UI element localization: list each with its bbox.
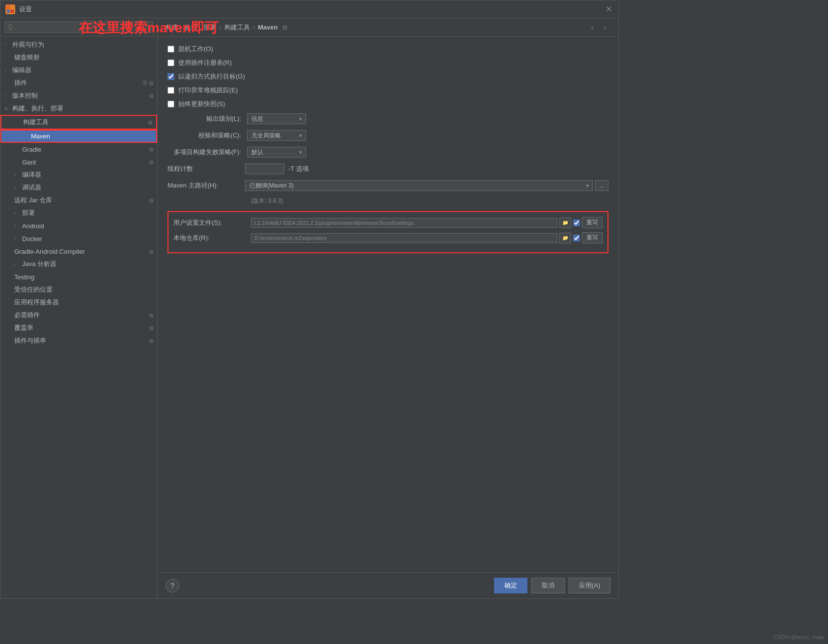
sidebar-item-gant[interactable]: Gant ⊟ bbox=[0, 156, 157, 168]
sidebar-item-label: 构建、执行、部署 bbox=[12, 104, 153, 113]
sidebar-item-deploy[interactable]: › 部署 bbox=[0, 207, 157, 219]
chevron-right-icon: › bbox=[14, 211, 21, 215]
breadcrumb: 构建、执行、部署 › 构建工具 › Maven ⊟ ‹ › bbox=[158, 18, 618, 37]
sidebar-item-vcs[interactable]: › 版本控制 ⊟ bbox=[0, 89, 157, 102]
user-settings-browse-button[interactable]: 📁 bbox=[559, 217, 571, 228]
sync-icon: ⊟ bbox=[149, 313, 153, 318]
sidebar-item-trusted[interactable]: 受信任的位置 bbox=[0, 283, 157, 296]
confirm-button[interactable]: 确定 bbox=[494, 578, 527, 593]
recursive-checkbox[interactable] bbox=[167, 73, 174, 80]
offline-label: 脱机工作(O) bbox=[178, 45, 213, 54]
sidebar-item-docker[interactable]: › Docker bbox=[0, 232, 157, 245]
sidebar-item-build[interactable]: ∨ 构建、执行、部署 bbox=[0, 102, 157, 115]
sidebar-item-label: 覆盖率 bbox=[14, 323, 147, 332]
sidebar-item-label: 远程 Jar 仓库 bbox=[14, 196, 147, 205]
maven-home-row: Maven 主路径(H): 已捆绑(Maven 3) ▼ ... bbox=[167, 180, 608, 191]
sidebar-item-gradle-android[interactable]: Gradle-Android Compiler ⊟ bbox=[0, 245, 157, 258]
chevron-down-icon: ∨ bbox=[4, 106, 11, 111]
sidebar-item-plugins-compiler[interactable]: 插件与插串 ⊟ bbox=[0, 334, 157, 347]
output-level-label: 输出级别(L): bbox=[167, 114, 241, 123]
update-snapshot-label: 始终更新快照(S) bbox=[178, 100, 225, 108]
thread-count-row: 线程计数 -T 选项 bbox=[167, 163, 608, 174]
sidebar-item-required-plugins[interactable]: 必需插件 ⊟ bbox=[0, 309, 157, 322]
user-settings-override-checkbox[interactable] bbox=[573, 219, 580, 226]
sidebar-item-label: Docker bbox=[22, 235, 153, 242]
maven-home-browse-button[interactable]: ... bbox=[595, 180, 608, 191]
user-settings-overwrite-button[interactable]: 重写 bbox=[582, 217, 603, 228]
sidebar-item-gradle[interactable]: Gradle ⊟ bbox=[0, 143, 157, 156]
sidebar-item-label: 键盘映射 bbox=[14, 53, 153, 62]
help-button[interactable]: ? bbox=[166, 579, 179, 592]
sidebar-item-label: Testing bbox=[14, 273, 153, 281]
sync-icon: ⊟ bbox=[149, 80, 153, 86]
sidebar-item-compiler[interactable]: › 编译器 bbox=[0, 168, 157, 181]
output-level-select-container: 信息 调试 警告 错误 ▼ bbox=[247, 113, 306, 124]
print-stack-checkbox-row: 打印异常堆栈跟踪(E) bbox=[167, 86, 608, 95]
update-snapshot-checkbox-row: 始终更新快照(S) bbox=[167, 100, 608, 108]
breadcrumb-nav: ‹ › bbox=[587, 22, 610, 33]
app-icon bbox=[5, 4, 15, 14]
help-area: ? bbox=[166, 579, 179, 592]
local-repo-input[interactable] bbox=[251, 233, 557, 243]
sidebar-item-editor[interactable]: › 编辑器 bbox=[0, 64, 157, 77]
checksum-policy-select[interactable]: 无全局策略 忽略 警告 失败 bbox=[247, 130, 306, 141]
multiproject-policy-select[interactable]: 默认 最终失败 立即失败 bbox=[247, 147, 306, 158]
sidebar-item-label: 必需插件 bbox=[14, 311, 147, 320]
sidebar-item-java-profiler[interactable]: › Java 分析器 bbox=[0, 258, 157, 270]
local-repo-browse-button[interactable]: 📁 bbox=[559, 233, 571, 243]
print-stack-checkbox[interactable] bbox=[167, 87, 174, 94]
sync-icon: ⊟ bbox=[149, 198, 153, 203]
cancel-button[interactable]: 取消 bbox=[531, 578, 565, 593]
chevron-right-icon: › bbox=[14, 185, 21, 190]
multiproject-policy-row: 多项目构建失败策略(F): 默认 最终失败 立即失败 ▼ bbox=[167, 147, 608, 158]
sidebar-item-coverage[interactable]: 覆盖率 ⊟ bbox=[0, 322, 157, 334]
thread-count-input[interactable] bbox=[245, 163, 284, 174]
sync-icon: ⊟ bbox=[149, 338, 153, 344]
breadcrumb-active: Maven bbox=[258, 24, 277, 31]
user-settings-row: 用户设置文件(S): 📁 重写 bbox=[173, 217, 603, 228]
dialog-footer: ? 确定 取消 应用(A) bbox=[158, 572, 618, 598]
dialog-body: › 外观与行为 键盘映射 › 编辑器 插件 Ⓐ ⊟ bbox=[0, 18, 618, 598]
sidebar-item-debugger[interactable]: › 调试器 bbox=[0, 181, 157, 194]
svg-rect-2 bbox=[7, 10, 10, 13]
maven-home-select[interactable]: 已捆绑(Maven 3) bbox=[245, 180, 593, 191]
sidebar-item-label: 应用程序服务器 bbox=[14, 298, 153, 307]
breadcrumb-forward-button[interactable]: › bbox=[600, 22, 610, 33]
chevron-right-icon: › bbox=[14, 223, 21, 228]
local-repo-input-wrap: 📁 重写 bbox=[251, 232, 603, 243]
apply-button[interactable]: 应用(A) bbox=[569, 578, 610, 593]
offline-checkbox[interactable] bbox=[167, 46, 174, 53]
sidebar-item-label: 插件与插串 bbox=[14, 336, 147, 345]
breadcrumb-part-2: 构建工具 bbox=[224, 23, 250, 32]
sidebar-item-android[interactable]: › Android bbox=[0, 219, 157, 232]
sidebar-item-appearance[interactable]: › 外观与行为 bbox=[0, 38, 157, 51]
sidebar-item-plugins[interactable]: 插件 Ⓐ ⊟ bbox=[0, 77, 157, 89]
sync-icon: ⊟ bbox=[149, 325, 153, 331]
user-settings-input[interactable] bbox=[251, 218, 557, 228]
sidebar-item-keymap[interactable]: 键盘映射 bbox=[0, 51, 157, 64]
maven-home-label: Maven 主路径(H): bbox=[167, 181, 241, 190]
sync-icon: ⊟ bbox=[149, 147, 153, 152]
sidebar-item-app-servers[interactable]: 应用程序服务器 bbox=[0, 296, 157, 309]
checksum-policy-label: 校验和策略(C): bbox=[167, 131, 241, 140]
sidebar-item-maven[interactable]: › Maven bbox=[0, 130, 157, 143]
sidebar-item-label: 外观与行为 bbox=[12, 40, 153, 49]
user-settings-label: 用户设置文件(S): bbox=[173, 218, 247, 227]
print-stack-label: 打印异常堆栈跟踪(E) bbox=[178, 86, 238, 95]
sidebar-item-testing[interactable]: Testing bbox=[0, 270, 157, 283]
local-repo-overwrite-button[interactable]: 重写 bbox=[582, 232, 603, 243]
sidebar-item-label: Android bbox=[22, 222, 153, 230]
sidebar-item-remote-jar[interactable]: 远程 Jar 仓库 ⊟ bbox=[0, 194, 157, 207]
sidebar-item-build-tools[interactable]: › 构建工具 ⊟ bbox=[0, 115, 157, 130]
output-level-select[interactable]: 信息 调试 警告 错误 bbox=[247, 113, 306, 124]
update-snapshot-checkbox[interactable] bbox=[167, 101, 174, 107]
plugin-registry-checkbox[interactable] bbox=[167, 59, 174, 66]
maven-home-select-container: 已捆绑(Maven 3) ▼ bbox=[245, 180, 593, 191]
sidebar-item-label: 插件 bbox=[14, 79, 140, 87]
search-input[interactable] bbox=[4, 21, 153, 33]
local-repo-override-checkbox[interactable] bbox=[573, 235, 580, 242]
user-settings-input-wrap: 📁 重写 bbox=[251, 217, 603, 228]
breadcrumb-sep-1: › bbox=[220, 24, 221, 31]
breadcrumb-back-button[interactable]: ‹ bbox=[587, 22, 598, 33]
close-button[interactable]: ✕ bbox=[604, 4, 613, 14]
